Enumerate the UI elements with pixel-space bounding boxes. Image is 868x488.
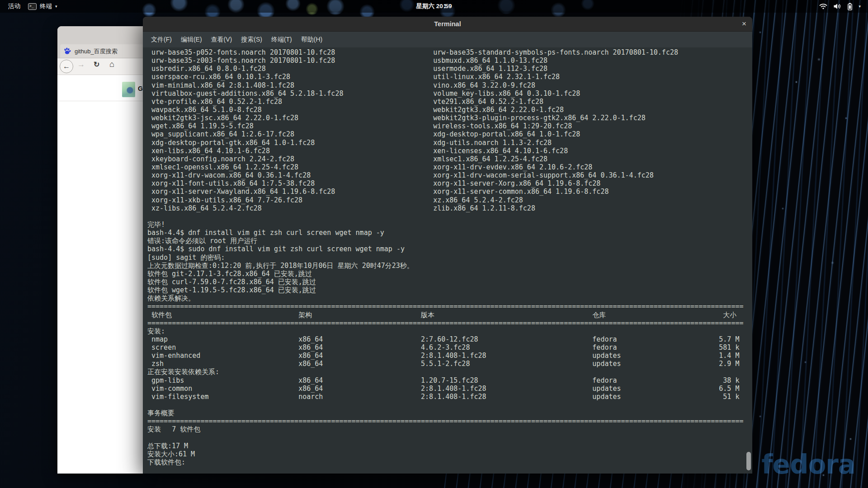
baidu-favicon-icon [64,47,71,55]
menu-help[interactable]: 帮助(H) [297,32,327,47]
terminal-line: wpa_supplicant.x86_64 1:2.6-17.fc28xdg-d… [147,130,752,138]
terminal-line [147,434,752,442]
terminal-line: vim-minimal.x86_64 2:8.1.408-1.fc28vino.… [147,81,752,89]
terminal-line: vim-enhancedx86_642:8.1.408-1.fc28update… [147,352,752,360]
menu-view[interactable]: 查看(V) [207,32,237,47]
terminal-line: 软件包 curl-7.59.0-7.fc28.x86_64 已安装,跳过 [147,278,752,286]
terminal-line: [sudo] sagit 的密码: [147,253,752,262]
terminal-line: nmapx86_642:7.60-12.fc28fedora5.7 M [147,335,752,343]
back-button[interactable]: ← [60,60,73,73]
top-bar: 活动 >_ 终端 ▾ 星期六 20∶59 ▾ [0,0,868,13]
terminal-line: xorg-x11-font-utils.x86_64 1:7.5-38.fc28… [147,179,752,188]
terminal-line: 上次元数据过期检查:0:12:20 前,执行于 2018年10月06日 星期六 … [147,262,752,270]
window-title: Terminal [143,17,752,31]
browser-page-content: G [57,75,143,474]
volume-icon [833,3,841,9]
terminal-window: Terminal × 文件(F)编辑(E)查看(V)搜索(S)终端(T)帮助(H… [143,17,752,474]
browser-tab-bar: github_百度搜索 [57,26,143,58]
terminal-line: xdg-desktop-portal-gtk.x86_64 1.0-1.fc28… [147,139,752,147]
terminal-line: userspace-rcu.x86_64 0.10.1-3.fc28util-l… [147,73,752,81]
terminal-line [147,401,752,409]
terminal-line: gpm-libsx86_641.20.7-15.fc28fedora38 k [147,376,752,385]
terminal-menubar: 文件(F)编辑(E)查看(V)搜索(S)终端(T)帮助(H) [143,32,752,47]
battery-icon [847,3,853,10]
terminal-line [147,212,752,221]
terminal-output[interactable]: urw-base35-p052-fonts.noarch 20170801-10… [143,47,752,474]
terminal-line: ========================================… [147,417,752,425]
menu-terminal[interactable]: 终端(T) [267,32,297,47]
search-result-thumbnail[interactable] [122,82,135,97]
menu-search[interactable]: 搜索(S) [236,32,267,47]
terminal-line: zshx86_645.5.1-2.fc28updates2.9 M [147,360,752,368]
terminal-line: xmlsec1-openssl.x86_64 1.2.25-4.fc28xorg… [147,163,752,171]
terminal-line: 依赖关系解决。 [147,294,752,302]
terminal-line: vim-filesystemnoarch2:8.1.408-1.fc28upda… [147,393,752,401]
terminal-line: 安装7 软件包 [147,425,752,433]
terminal-line: xz-libs.x86_64 5.2.4-2.fc28zlib.x86_64 1… [147,204,752,212]
terminal-line: 软件包 git-2.17.1-3.fc28.x86_64 已安装,跳过 [147,270,752,278]
terminal-line: 事务概要 [147,409,752,417]
terminal-line: 正在安装安装依赖关系: [147,368,752,376]
terminal-line: urw-base35-p052-fonts.noarch 20170801-10… [147,48,752,56]
terminal-line: 下载软件包: [147,458,752,466]
wifi-icon [819,3,827,9]
terminal-line: bash-4.4$ dnf install vim git zsh curl s… [147,229,752,237]
terminal-line: 安装大小:61 M [147,450,752,458]
page-divider [57,101,143,101]
terminal-line: bash-4.4$ sudo dnf install vim git zsh c… [147,245,752,253]
close-icon[interactable]: × [742,17,746,31]
terminal-line: 软件包架构版本仓库大小 [147,311,752,319]
browser-tab-title: github_百度搜索 [75,47,118,56]
terminal-line: wavpack.x86_64 5.1.0-8.fc28webkit2gtk3.x… [147,106,752,114]
terminal-line: 安装: [147,327,752,335]
terminal-line: 软件包 wget-1.19.5-5.fc28.x86_64 已安装,跳过 [147,286,752,294]
browser-toolbar: ← → ↻ ⌂ [57,58,143,75]
terminal-line: vte-profile.x86_64 0.52.2-1.fc28vte291.x… [147,98,752,106]
terminal-line: ========================================… [147,319,752,327]
browser-window: github_百度搜索 ← → ↻ ⌂ G [57,26,143,474]
terminal-line: 完毕! [147,221,752,229]
terminal-line: urw-base35-z003-fonts.noarch 20170801-10… [147,56,752,65]
terminal-line: virtualbox-guest-additions.x86_64 5.2.18… [147,89,752,98]
terminal-line: xorg-x11-server-Xwayland.x86_64 1.19.6-8… [147,188,752,196]
menu-file[interactable]: 文件(F) [146,32,176,47]
menu-edit[interactable]: 编辑(E) [176,32,207,47]
system-menu[interactable]: ▾ [819,0,861,13]
terminal-line: 错误:该命令必须以 root 用户运行 [147,237,752,245]
terminal-line: ========================================… [147,302,752,310]
chevron-down-icon: ▾ [859,4,861,9]
terminal-line: xkeyboard-config.noarch 2.24-2.fc28xmlse… [147,155,752,163]
forward-button[interactable]: → [77,60,85,69]
terminal-line: 总下载:17 M [147,442,752,450]
terminal-line: xorg-x11-drv-wacom.x86_64 0.36.1-4.fc28x… [147,171,752,179]
terminal-line: xen-libs.x86_64 4.10.1-6.fc28xen-license… [147,147,752,155]
terminal-line: wget.x86_64 1.19.5-5.fc28wireless-tools.… [147,122,752,130]
terminal-line: screenx86_644.6.2-3.fc28fedora581 k [147,343,752,352]
terminal-line: usbredir.x86_64 0.8.0-1.fc28usermode.x86… [147,65,752,73]
reload-button[interactable]: ↻ [94,60,99,69]
scrollbar-thumb[interactable] [746,452,751,470]
terminal-line: webkit2gtk3-jsc.x86_64 2.22.0-1.fc28webk… [147,114,752,122]
terminal-line: vim-commonx86_642:8.1.408-1.fc28updates6… [147,385,752,393]
home-button[interactable]: ⌂ [109,60,114,69]
browser-tab[interactable]: github_百度搜索 [60,44,143,58]
clock[interactable]: 星期六 20∶59 [0,0,868,13]
terminal-titlebar: Terminal × [143,17,752,32]
terminal-line: xorg-x11-xkb-utils.x86_64 7.7-26.fc28xz.… [147,196,752,204]
